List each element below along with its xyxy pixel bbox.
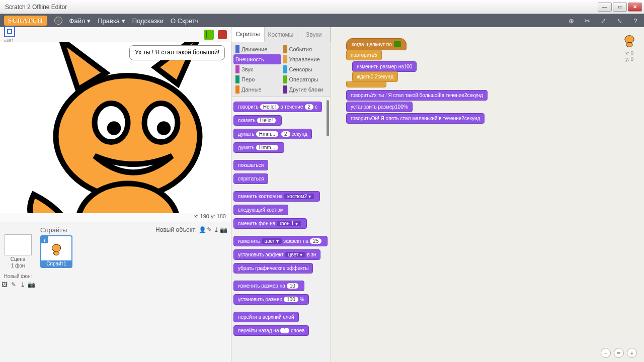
zoom-out-button[interactable]: － <box>601 348 611 358</box>
stage-coords: x: 190 y: 180 <box>0 213 231 222</box>
stamp-icon[interactable]: ⊕ <box>567 16 576 25</box>
sprite-camera-icon[interactable]: 📷 <box>220 226 227 233</box>
grow-icon[interactable]: ⤢ <box>599 16 608 25</box>
block-palette[interactable]: говоритьHello!в течение2с сказатьHello! … <box>231 97 331 362</box>
cat-operators[interactable]: Операторы <box>281 74 329 84</box>
sprite-info-icon[interactable]: i <box>41 236 48 243</box>
svg-point-0 <box>56 76 200 198</box>
scripts-area[interactable]: x: 0 y: 0 когда щелкнут по повторить5 из… <box>331 27 644 362</box>
cat-pen[interactable]: Перо <box>233 74 281 84</box>
block-next-costume[interactable]: следующий костюм <box>233 205 288 215</box>
sprite-paint-icon[interactable]: ✎ <box>206 226 213 233</box>
window-title: Scratch 2 Offline Editor <box>2 4 598 11</box>
sprite-upload-icon[interactable]: ⤓ <box>213 226 220 233</box>
menu-about[interactable]: О Скретч <box>171 17 199 25</box>
tab-scripts[interactable]: Скрипты <box>231 27 265 42</box>
stage-header: v461 <box>0 27 231 42</box>
script-stack[interactable]: когда щелкнут по повторить5 изменить раз… <box>346 38 488 124</box>
cat-motion[interactable]: Движение <box>233 44 281 54</box>
cat-data[interactable]: Данные <box>233 84 281 95</box>
stage[interactable]: Ух ты ! Я стал такой большой! <box>0 42 231 213</box>
tab-sounds[interactable]: Звуки <box>297 27 331 42</box>
cat-looks[interactable]: Внешность <box>233 54 281 64</box>
fullscreen-icon[interactable] <box>4 26 15 37</box>
svg-point-4 <box>157 121 171 135</box>
block-set-effect[interactable]: установить эффектцвет ▾в зн <box>233 249 320 260</box>
block-say1[interactable]: говоритьУх ты ! Я стал такой большой!в т… <box>346 90 488 101</box>
backdrop-paint-icon[interactable]: ✎ <box>10 281 17 288</box>
backdrop-camera-icon[interactable]: 📷 <box>28 281 35 288</box>
zoom-reset-button[interactable]: ＝ <box>614 348 624 358</box>
svg-point-6 <box>52 244 61 251</box>
menu-edit[interactable]: Правка ▾ <box>98 17 125 25</box>
stop-button[interactable] <box>218 30 227 39</box>
language-icon[interactable] <box>54 17 62 25</box>
maximize-button[interactable]: ▭ <box>613 3 627 12</box>
stage-backdrop-count: 1 фон <box>11 263 25 268</box>
menubar: SCRATCH Файл ▾ Правка ▾ Подсказки О Скре… <box>0 14 644 27</box>
block-wait[interactable]: ждать0.2секунд <box>352 71 398 82</box>
block-change-size-by[interactable]: изменить размер на100 <box>352 61 417 72</box>
block-change-effect[interactable]: изменитьцвет ▾эффект на25 <box>233 236 328 246</box>
tab-costumes[interactable]: Костюмы <box>265 27 298 42</box>
sprite-readout: x: 0 y: 0 <box>620 30 639 62</box>
block-say-for[interactable]: говоритьHello!в течение2с <box>233 102 322 112</box>
shrink-icon[interactable]: ⤡ <box>615 16 624 25</box>
cat-control[interactable]: Управление <box>281 54 329 64</box>
menu-file[interactable]: Файл ▾ <box>69 17 91 25</box>
green-flag-button[interactable] <box>204 30 214 40</box>
new-backdrop-label: Новый фон: <box>4 274 32 279</box>
window-titlebar: Scratch 2 Offline Editor — ▭ ✕ <box>0 0 644 14</box>
svg-point-8 <box>625 36 634 43</box>
minimize-button[interactable]: — <box>598 3 612 12</box>
sprite-cat <box>0 42 231 213</box>
cat-events[interactable]: События <box>281 44 329 54</box>
cat-sensing[interactable]: Сенсоры <box>281 64 329 74</box>
block-think[interactable]: думатьHmm... <box>233 142 284 153</box>
new-sprite-label: Новый объект: <box>155 226 197 233</box>
help-icon[interactable]: ? <box>631 16 640 25</box>
block-say[interactable]: сказатьHello! <box>233 115 282 126</box>
stage-label: Сцена <box>11 256 25 262</box>
sprite-item[interactable]: i Спрайт1 <box>40 235 72 268</box>
flag-icon <box>394 41 401 47</box>
block-think-for[interactable]: думатьHmm...2секунд <box>233 129 312 139</box>
block-set-size[interactable]: установить размер100% <box>233 294 309 305</box>
backdrop-upload-icon[interactable]: ⤓ <box>19 281 26 288</box>
block-switch-costume[interactable]: сменить костюм накостюм2 ▾ <box>233 191 320 202</box>
block-categories: Движение События Внешность Управление Зв… <box>231 42 331 97</box>
block-hide[interactable]: спрятаться <box>233 173 268 184</box>
svg-point-9 <box>626 42 632 47</box>
block-switch-backdrop[interactable]: сменить фон нафон 1 ▾ <box>233 218 307 229</box>
sprite-name: Спрайт1 <box>41 260 71 267</box>
block-say2[interactable]: говоритьОй! Я опять стал маленький!в теч… <box>346 113 485 124</box>
block-repeat[interactable]: повторить5 <box>346 50 382 60</box>
duplicate-icon[interactable]: ✂ <box>583 16 592 25</box>
block-setsize[interactable]: установить размер100% <box>346 102 413 112</box>
close-button[interactable]: ✕ <box>628 3 642 12</box>
block-when-flag[interactable]: когда щелкнут по <box>346 38 407 50</box>
svg-point-3 <box>107 121 121 135</box>
tabs: Скрипты Костюмы Звуки <box>231 27 331 42</box>
scratch-logo: SCRATCH <box>4 16 47 26</box>
sprites-label: Спрайты <box>40 226 67 234</box>
block-go-front[interactable]: перейти в верхний слой <box>233 312 299 322</box>
backdrop-library-icon[interactable]: 🖼 <box>1 281 8 288</box>
block-show[interactable]: показаться <box>233 160 268 170</box>
cat-more[interactable]: Другие блоки <box>281 84 329 95</box>
svg-point-7 <box>53 251 59 255</box>
menu-tips[interactable]: Подсказки <box>132 17 164 25</box>
block-clear-effects[interactable]: убрать графические эффекты <box>233 263 313 274</box>
speech-bubble: Ух ты ! Я стал такой большой! <box>129 45 225 60</box>
block-repeat-end[interactable] <box>346 81 386 87</box>
stage-thumb-column: Сцена 1 фон Новый фон: 🖼 ✎ ⤓ 📷 <box>0 222 36 362</box>
stage-thumbnail[interactable] <box>5 234 32 255</box>
cat-sound[interactable]: Звук <box>233 64 281 74</box>
block-change-size[interactable]: изменить размер на10 <box>233 281 304 291</box>
block-go-back[interactable]: перейти назад на1слоев <box>233 325 309 336</box>
sprite-library-icon[interactable]: 👤 <box>199 226 206 233</box>
zoom-in-button[interactable]: ＋ <box>627 348 637 358</box>
